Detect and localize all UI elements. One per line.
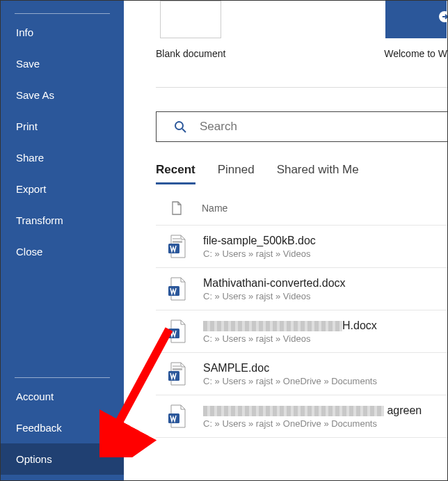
sidebar-item-print[interactable]: Print <box>1 111 124 142</box>
tab-label: Shared with Me <box>277 163 359 176</box>
sidebar-item-info[interactable]: Info <box>1 17 124 48</box>
sidebar-item-label: Save As <box>16 89 54 101</box>
sidebar-item-label: Save <box>16 58 40 70</box>
file-name-text: file-sample_500kB.doc <box>203 235 316 246</box>
svg-rect-10 <box>173 365 182 367</box>
file-path: C: » Users » rajst » Videos <box>203 333 447 344</box>
svg-rect-4 <box>173 241 182 243</box>
sidebar-item-label: Transform <box>16 214 63 226</box>
svg-rect-9 <box>173 368 182 370</box>
tab-shared-with-me[interactable]: Shared with Me <box>277 163 359 184</box>
file-name-text: SAMPLE.doc <box>203 362 269 374</box>
file-meta: Mathivathani-converted.docx C: » Users »… <box>203 277 447 301</box>
file-name: SAMPLE.doc <box>203 362 447 374</box>
sidebar-item-account[interactable]: Account <box>1 381 124 412</box>
file-list: file-sample_500kB.doc C: » Users » rajst… <box>156 226 447 438</box>
recent-tabs: Recent Pinned Shared with Me <box>156 163 447 184</box>
word-file-icon <box>167 276 188 301</box>
search-box[interactable] <box>156 111 447 142</box>
redacted-text <box>203 321 342 331</box>
svg-point-1 <box>175 122 183 129</box>
svg-rect-5 <box>173 238 182 239</box>
sidebar-item-label: Print <box>16 120 38 132</box>
sidebar-bottom-group: Account Feedback Options <box>1 377 124 480</box>
divider <box>156 87 447 88</box>
sidebar-item-options[interactable]: Options <box>1 443 124 475</box>
template-blank-document[interactable]: Blank document <box>156 1 225 59</box>
column-name: Name <box>202 203 227 214</box>
file-name: agreen <box>203 404 447 417</box>
sidebar-item-label: Info <box>16 26 33 38</box>
sidebar-item-label: Options <box>16 453 52 465</box>
file-name-suffix: agreen <box>384 404 422 416</box>
sidebar-item-export[interactable]: Export <box>1 173 124 205</box>
file-name-text: Mathivathani-converted.docx <box>203 277 346 289</box>
file-name: H.docx <box>203 320 447 332</box>
sidebar-item-label: Close <box>16 246 42 258</box>
word-file-icon <box>167 361 188 386</box>
word-file-icon <box>167 319 188 344</box>
svg-line-2 <box>182 129 186 132</box>
sidebar-item-share[interactable]: Share <box>1 142 124 173</box>
backstage-sidebar: Info Save Save As Print Share Export Tra… <box>1 1 124 480</box>
tab-label: Pinned <box>218 163 255 176</box>
sidebar-item-label: Feedback <box>16 422 62 434</box>
sidebar-item-transform[interactable]: Transform <box>1 205 124 236</box>
file-row[interactable]: agreen C: » Users » rajst » OneDrive » D… <box>156 395 447 438</box>
file-meta: SAMPLE.doc C: » Users » rajst » OneDrive… <box>203 362 447 386</box>
file-meta: agreen C: » Users » rajst » OneDrive » D… <box>203 404 447 429</box>
word-file-icon <box>167 234 188 259</box>
document-icon <box>171 201 182 215</box>
tab-label: Recent <box>156 163 195 176</box>
sidebar-item-save-as[interactable]: Save As <box>1 79 124 111</box>
file-meta: file-sample_500kB.doc C: » Users » rajst… <box>203 235 447 259</box>
file-row[interactable]: SAMPLE.doc C: » Users » rajst » OneDrive… <box>156 353 447 395</box>
file-name-suffix: H.docx <box>342 320 377 331</box>
sidebar-separator <box>15 13 110 14</box>
file-path: C: » Users » rajst » Videos <box>203 291 447 301</box>
main-panel: Blank document Welcome to W Recent Pinne… <box>124 1 447 480</box>
template-label: Blank document <box>156 48 225 59</box>
file-path: C: » Users » rajst » OneDrive » Document… <box>203 418 447 429</box>
file-name: Mathivathani-converted.docx <box>203 277 447 290</box>
sidebar-item-label: Export <box>16 183 46 195</box>
file-path: C: » Users » rajst » Videos <box>203 249 447 259</box>
template-welcome[interactable]: Welcome to W <box>384 1 447 59</box>
sidebar-item-label: Share <box>16 152 44 164</box>
tab-pinned[interactable]: Pinned <box>218 163 255 184</box>
sidebar-separator <box>15 377 110 378</box>
sidebar-item-feedback[interactable]: Feedback <box>1 412 124 443</box>
sidebar-top-group: Info Save Save As Print Share Export Tra… <box>1 13 124 377</box>
file-path: C: » Users » rajst » OneDrive » Document… <box>203 376 447 386</box>
sidebar-item-close[interactable]: Close <box>1 236 124 267</box>
template-thumb-blank <box>160 1 221 38</box>
template-label: Welcome to W <box>384 48 447 59</box>
sidebar-item-label: Account <box>16 391 54 402</box>
search-icon <box>173 120 187 134</box>
file-meta: H.docx C: » Users » rajst » Videos <box>203 320 447 344</box>
redacted-text <box>203 406 384 416</box>
file-row[interactable]: Mathivathani-converted.docx C: » Users »… <box>156 268 447 310</box>
file-row[interactable]: H.docx C: » Users » rajst » Videos <box>156 310 447 353</box>
word-file-icon <box>167 404 188 429</box>
file-row[interactable]: file-sample_500kB.doc C: » Users » rajst… <box>156 226 447 268</box>
list-header: Name <box>156 193 447 226</box>
templates-row: Blank document Welcome to W <box>156 1 447 59</box>
search-input[interactable] <box>200 120 447 134</box>
sidebar-item-save[interactable]: Save <box>1 48 124 79</box>
file-name: file-sample_500kB.doc <box>203 235 447 247</box>
template-thumb-welcome <box>385 1 447 38</box>
tab-recent[interactable]: Recent <box>156 163 195 184</box>
